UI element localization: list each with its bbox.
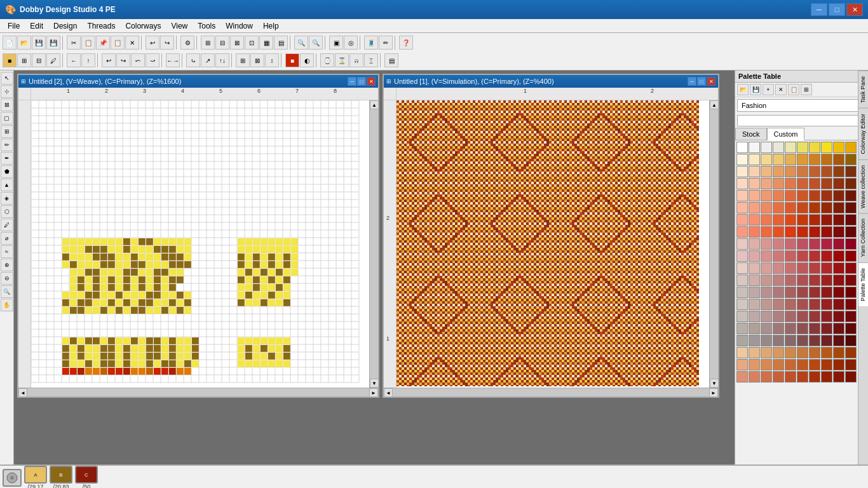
color-swatch-138[interactable] <box>833 299 844 310</box>
color-swatch-109[interactable] <box>845 262 857 274</box>
color-swatch-77[interactable] <box>821 226 832 238</box>
tool-14[interactable]: ⊕ <box>1 259 13 271</box>
minimize-button[interactable]: ─ <box>811 3 827 16</box>
color-swatch-46[interactable] <box>809 190 820 201</box>
tb-zoom-in[interactable]: 🔍 <box>294 36 308 50</box>
color-swatch-65[interactable] <box>797 214 808 226</box>
tool-select[interactable]: ↖ <box>1 72 13 85</box>
color-swatch-106[interactable] <box>809 262 820 274</box>
color-swatch-173[interactable] <box>773 347 784 358</box>
tool-11[interactable]: 🖊 <box>1 219 13 231</box>
color-swatch-69[interactable] <box>845 214 857 226</box>
color-swatch-105[interactable] <box>797 262 808 274</box>
maximize-button[interactable]: □ <box>829 3 845 16</box>
color-swatch-30[interactable] <box>736 178 748 189</box>
color-swatch-193[interactable] <box>773 371 784 383</box>
tb2-5[interactable]: ← <box>67 53 81 67</box>
tb2-19[interactable]: ◐ <box>300 53 314 67</box>
tb2-24[interactable]: ▤ <box>384 53 398 67</box>
color-swatch-178[interactable] <box>833 347 844 358</box>
color-swatch-127[interactable] <box>821 287 832 298</box>
tb-a2[interactable]: ◎ <box>344 36 358 50</box>
color-swatch-7[interactable] <box>821 142 832 153</box>
color-swatch-31[interactable] <box>749 178 760 189</box>
color-swatch-19[interactable] <box>845 154 857 165</box>
color-swatch-131[interactable] <box>749 299 760 310</box>
color-swatch-62[interactable] <box>761 214 772 226</box>
color-swatch-92[interactable] <box>761 250 772 262</box>
side-tab-weave-coll[interactable]: Weave collection <box>858 159 868 214</box>
color-swatch-132[interactable] <box>761 299 772 310</box>
tb2-2[interactable]: ⊞ <box>17 53 31 67</box>
color-swatch-67[interactable] <box>821 214 832 226</box>
color-swatch-142[interactable] <box>761 311 772 322</box>
color-swatch-54[interactable] <box>785 202 796 214</box>
color-swatch-16[interactable] <box>809 154 820 165</box>
color-swatch-115[interactable] <box>797 274 808 286</box>
color-swatch-182[interactable] <box>761 359 772 370</box>
color-swatch-98[interactable] <box>833 250 844 262</box>
color-swatch-56[interactable] <box>809 202 820 214</box>
color-swatch-41[interactable] <box>749 190 760 201</box>
tb2-4[interactable]: 🖊 <box>46 53 60 67</box>
color-swatch-145[interactable] <box>797 311 808 322</box>
color-swatch-144[interactable] <box>785 311 796 322</box>
color-swatch-57[interactable] <box>821 202 832 214</box>
color-swatch-95[interactable] <box>797 250 808 262</box>
tb-new[interactable]: 📄 <box>3 36 17 50</box>
color-swatch-48[interactable] <box>833 190 844 201</box>
tb2-22[interactable]: ⍾ <box>349 53 363 67</box>
color-swatch-8[interactable] <box>833 142 844 153</box>
side-tab-colorway[interactable]: Colorway Editor <box>858 108 868 159</box>
color-swatch-78[interactable] <box>833 226 844 238</box>
color-swatch-88[interactable] <box>833 238 844 250</box>
color-swatch-25[interactable] <box>797 166 808 177</box>
color-swatch-45[interactable] <box>797 190 808 201</box>
color-swatch-168[interactable] <box>833 335 844 346</box>
color-swatch-194[interactable] <box>785 371 796 383</box>
menu-edit[interactable]: Edit <box>25 20 48 32</box>
sim-vscroll-up[interactable]: ▲ <box>710 100 718 109</box>
color-swatch-175[interactable] <box>797 347 808 358</box>
color-swatch-119[interactable] <box>845 274 857 286</box>
color-swatch-174[interactable] <box>785 347 796 358</box>
sim-vscroll-track[interactable] <box>710 109 718 379</box>
palette-dropdown[interactable]: Fashion Natural Bright <box>737 99 868 112</box>
color-swatch-135[interactable] <box>797 299 808 310</box>
color-swatch-120[interactable] <box>736 287 748 298</box>
sim-hscroll-track[interactable] <box>393 388 709 396</box>
weave-window-title[interactable]: ⊞ Untitled [2], (V=Weave), (C=Primary), … <box>18 75 378 88</box>
color-swatch-139[interactable] <box>845 299 857 310</box>
color-swatch-116[interactable] <box>809 274 820 286</box>
color-swatch-18[interactable] <box>833 154 844 165</box>
hscroll-right[interactable]: ► <box>369 388 378 396</box>
color-swatch-110[interactable] <box>736 274 748 286</box>
sim-vscroll-down[interactable]: ▼ <box>710 379 718 388</box>
color-swatch-43[interactable] <box>773 190 784 201</box>
color-swatch-165[interactable] <box>797 335 808 346</box>
color-swatch-34[interactable] <box>785 178 796 189</box>
close-button[interactable]: ✕ <box>846 3 863 16</box>
color-swatch-188[interactable] <box>833 359 844 370</box>
sim-hscroll[interactable]: ◄ ► <box>384 388 718 396</box>
tool-1[interactable]: ⊹ <box>1 85 13 98</box>
tb-grid2[interactable]: ⊟ <box>215 36 229 50</box>
color-swatch-52[interactable] <box>761 202 772 214</box>
tb2-10[interactable]: ⤻ <box>146 53 159 67</box>
color-swatch-187[interactable] <box>821 359 832 370</box>
color-swatch-15[interactable] <box>797 154 808 165</box>
tool-9[interactable]: ◈ <box>1 192 13 205</box>
color-swatch-61[interactable] <box>749 214 760 226</box>
color-swatch-70[interactable] <box>736 226 748 238</box>
color-swatch-133[interactable] <box>773 299 784 310</box>
color-swatch-180[interactable] <box>736 359 748 370</box>
color-swatch-108[interactable] <box>833 262 844 274</box>
color-swatch-9[interactable] <box>845 142 857 153</box>
color-swatch-1[interactable] <box>749 142 760 153</box>
color-swatch-64[interactable] <box>785 214 796 226</box>
sim-canvas[interactable] <box>397 100 699 386</box>
color-swatch-21[interactable] <box>749 166 760 177</box>
sim-close[interactable]: ✕ <box>707 77 715 86</box>
tab-custom[interactable]: Custom <box>767 128 805 140</box>
weave-canvas[interactable] <box>31 100 362 386</box>
